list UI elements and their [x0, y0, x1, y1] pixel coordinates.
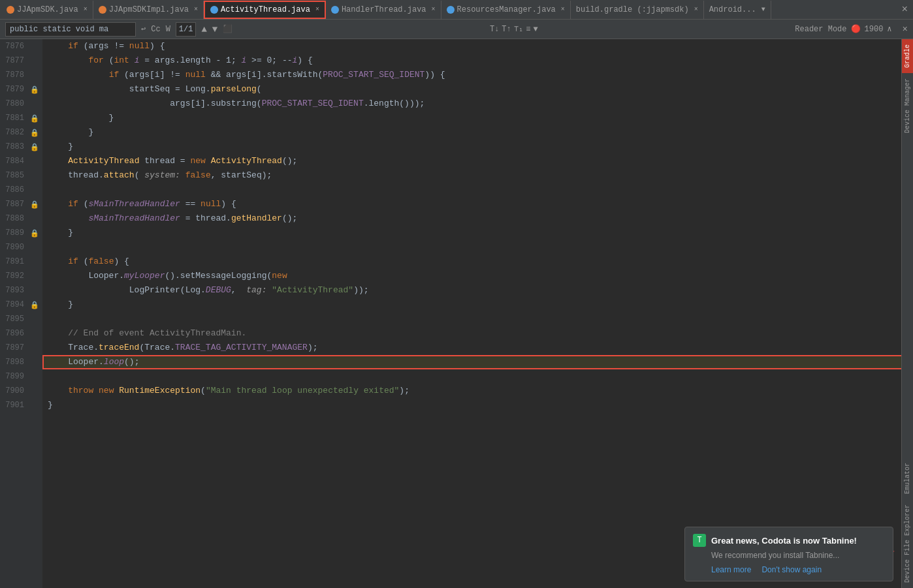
code-line[interactable]: Trace.traceEnd(Trace.TRACE_TAG_ACTIVITY_…	[42, 341, 913, 355]
line-number: 7879	[0, 85, 29, 94]
code-line[interactable]: LogPrinter(Log.DEBUG, tag: "ActivityThre…	[42, 283, 913, 298]
line-number: 7901	[0, 401, 29, 410]
search-filter-btn[interactable]: ⬛	[223, 24, 232, 34]
code-line[interactable]: }	[42, 398, 913, 412]
toolbar-funnel-btn[interactable]: ▼	[533, 25, 537, 34]
search-toolbar: T↓ T↑ ⊤₁ ≡ ▼	[490, 24, 538, 34]
side-label-device-manager[interactable]: Device Manager	[902, 73, 913, 138]
code-line[interactable]: thread.attach( system: false, startSeq);	[42, 168, 913, 183]
tab-activity-thread[interactable]: ActivityThread.java ×	[204, 1, 326, 19]
breakpoint-icon: 🔒	[29, 129, 40, 137]
code-line[interactable]: }	[42, 125, 913, 140]
search-input-wrapper[interactable]: public static void ma	[5, 22, 136, 37]
code-line[interactable]: ActivityThread thread = new ActivityThre…	[42, 154, 913, 168]
code-line[interactable]	[42, 369, 913, 384]
toolbar-superscript-btn[interactable]: T↑	[502, 25, 511, 34]
search-up-btn[interactable]: ▲	[201, 24, 206, 35]
tab-close-jjapm-sdk-impl[interactable]: ×	[194, 6, 198, 13]
search-input[interactable]: public static void ma	[10, 25, 108, 34]
gutter-row: 7892	[0, 269, 42, 283]
tab-close-resources-manager[interactable]: ×	[561, 6, 565, 13]
search-close-btn[interactable]: ×	[903, 24, 908, 35]
code-line[interactable]: throw new RuntimeException("Main thread …	[42, 384, 913, 398]
side-label-device-file[interactable]: Device File Explorer	[902, 499, 913, 588]
notification-dont-show[interactable]: Don't show again	[761, 565, 822, 574]
line-number: 7894	[0, 300, 29, 309]
code-area[interactable]: if (args != null) { for (int i = args.le…	[42, 39, 913, 588]
line-number: 7896	[0, 329, 29, 338]
code-line[interactable]: Looper.myLooper().setMessageLogging(new	[42, 269, 913, 283]
tab-handler-thread[interactable]: HandlerThread.java ×	[326, 1, 441, 19]
gutter-row: 7891	[0, 255, 42, 269]
tab-label-jjapm-sdk: JJApmSDK.java	[17, 5, 78, 14]
toolbar-format-btn[interactable]: ⊤₁	[514, 24, 523, 34]
code-line[interactable]: }	[42, 140, 913, 154]
line-number: 7900	[0, 386, 29, 395]
toolbar-align-btn[interactable]: ≡	[526, 25, 530, 34]
notification-learn-more[interactable]: Learn more	[711, 565, 751, 574]
editor-area: 7876787778787879🔒78807881🔒7882🔒7883🔒7884…	[0, 39, 913, 588]
code-line[interactable]: for (int i = args.length - 1; i >= 0; --…	[42, 54, 913, 68]
gutter-row: 7878	[0, 68, 42, 82]
code-line[interactable]: if (false) {	[42, 255, 913, 269]
code-line[interactable]	[42, 183, 913, 197]
code-line[interactable]: if (args[i] != null && args[i].startsWit…	[42, 68, 913, 82]
search-prev-btn[interactable]: ↩	[141, 24, 146, 34]
tab-label-resources-manager: ResourcesManager.java	[457, 5, 556, 14]
line-number: 7893	[0, 286, 29, 295]
side-label-gradle[interactable]: Gradle	[902, 39, 913, 73]
code-line[interactable]: }	[42, 226, 913, 240]
tab-android[interactable]: Android... ▼	[704, 1, 771, 19]
tab-resources-manager[interactable]: ResourcesManager.java ×	[441, 1, 571, 19]
code-line[interactable]	[42, 240, 913, 255]
gutter-row: 7887🔒	[0, 197, 42, 211]
tab-close-jjapm-sdk[interactable]: ×	[84, 6, 88, 13]
gutter-row: 7883🔒	[0, 140, 42, 154]
code-line[interactable]: if (sMainThreadHandler == null) {	[42, 197, 913, 211]
code-line[interactable]: if (args != null) {	[42, 39, 913, 54]
gutter-row: 7884	[0, 154, 42, 168]
search-cc-btn[interactable]: Cc	[151, 25, 160, 34]
tab-jjapm-sdk[interactable]: JJApmSDK.java ×	[1, 1, 93, 19]
tab-close-build-gradle[interactable]: ×	[694, 6, 698, 13]
gutter-row: 7880	[0, 97, 42, 111]
line-number: 7878	[0, 70, 29, 80]
tab-label-jjapm-sdk-impl: JJApmSDKImpl.java	[109, 5, 189, 14]
tab-bar-close[interactable]: ×	[901, 4, 913, 16]
tab-close-activity-thread[interactable]: ×	[315, 6, 319, 13]
notification-popup: T Great news, Codota is now Tabnine! We …	[684, 527, 893, 581]
line-number: 7882	[0, 128, 29, 137]
code-line[interactable]: args[i].substring(PROC_START_SEQ_IDENT.l…	[42, 97, 913, 111]
search-down-btn[interactable]: ▼	[212, 24, 217, 35]
code-line[interactable]: startSeq = Long.parseLong(	[42, 82, 913, 97]
code-line[interactable]: sMainThreadHandler = thread.getHandler()…	[42, 211, 913, 226]
tab-build-gradle[interactable]: build.gradle (:jjapmsdk) ×	[571, 1, 704, 19]
breakpoint-icon: 🔒	[29, 200, 40, 209]
line-number: 7877	[0, 56, 29, 65]
tab-jjapm-sdk-impl[interactable]: JJApmSDKImpl.java ×	[93, 1, 204, 19]
breakpoint-icon: 🔒	[29, 85, 40, 94]
gutter-row: 7881🔒	[0, 111, 42, 125]
side-label-emulator[interactable]: Emulator	[902, 457, 913, 499]
search-word-btn[interactable]: W	[166, 25, 170, 34]
tab-dropdown-android[interactable]: ▼	[761, 6, 765, 13]
code-line[interactable]: Looper.loop();	[42, 355, 913, 369]
code-line[interactable]: }	[42, 298, 913, 312]
code-line[interactable]: }	[42, 111, 913, 125]
search-match-count: 1/1	[179, 25, 193, 34]
side-labels: Gradle Device Manager Emulator Device Fi…	[901, 39, 913, 588]
gutter-row: 7893	[0, 283, 42, 298]
line-number: 7884	[0, 157, 29, 166]
breakpoint-icon: 🔒	[29, 301, 40, 309]
breakpoint-icon: 🔒	[29, 114, 40, 123]
toolbar-subscript-btn[interactable]: T↓	[490, 25, 499, 34]
reader-mode-expand-btn[interactable]: ∧	[887, 24, 891, 34]
reader-mode-label: Reader Mode	[795, 25, 846, 34]
line-number: 7885	[0, 171, 29, 180]
line-number: 7890	[0, 243, 29, 252]
code-line[interactable]: // End of event ActivityThreadMain.	[42, 326, 913, 341]
code-line[interactable]	[42, 312, 913, 326]
tab-close-handler-thread[interactable]: ×	[432, 6, 436, 13]
gutter-row: 7876	[0, 39, 42, 54]
notification-header: T Great news, Codota is now Tabnine!	[693, 534, 885, 547]
